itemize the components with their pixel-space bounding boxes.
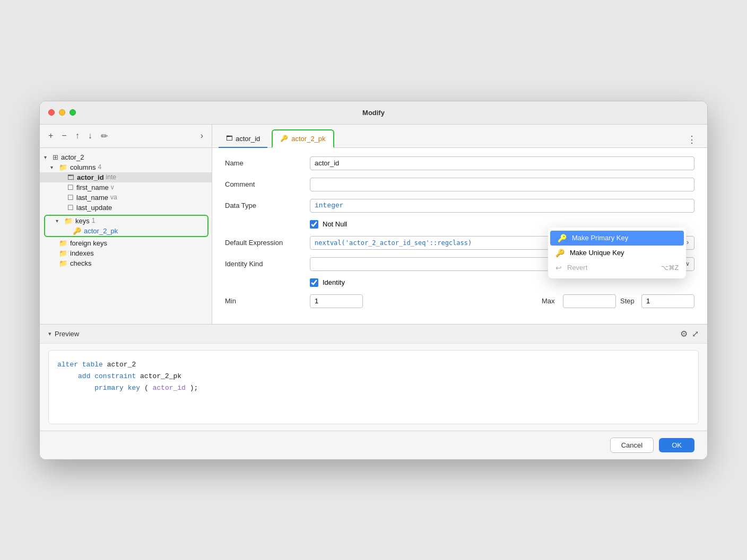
step-label: Step bbox=[620, 297, 641, 305]
preview-title: Preview bbox=[55, 330, 79, 338]
menu-item-label: Make Unique Key bbox=[570, 249, 624, 257]
edit-button[interactable]: ✏ bbox=[99, 130, 110, 142]
identity-kind-label: Identity Kind bbox=[225, 260, 310, 268]
remove-button[interactable]: − bbox=[59, 130, 68, 142]
cancel-button[interactable]: Cancel bbox=[610, 438, 654, 453]
code-line-1: alter table actor_2 bbox=[57, 359, 690, 371]
comment-input[interactable] bbox=[310, 178, 694, 191]
modify-dialog: Modify + − ↑ ↓ ✏ › ▾ ⊞ ac bbox=[39, 101, 708, 460]
tree-item-last-name[interactable]: ☐ last_name va bbox=[40, 192, 212, 203]
tab-more-button[interactable]: ⋮ bbox=[683, 132, 701, 147]
tree-item-actor2pk[interactable]: 🔑 actor_2_pk bbox=[45, 226, 207, 236]
form-area: Name Comment Data Type bbox=[212, 148, 707, 324]
identity-checkbox[interactable] bbox=[310, 278, 318, 287]
name-input[interactable] bbox=[310, 156, 694, 170]
window-title: Modify bbox=[362, 109, 385, 117]
step-input[interactable] bbox=[641, 294, 694, 308]
tree-item-columns[interactable]: ▾ 📁 columns 4 bbox=[40, 162, 212, 172]
folder-icon: 📁 bbox=[59, 249, 67, 257]
minimize-button[interactable] bbox=[59, 109, 65, 116]
tree-label: indexes bbox=[70, 249, 94, 257]
col-tab-icon: 🗔 bbox=[226, 135, 232, 142]
tree-item-actor-id[interactable]: 🗔 actor_id inte bbox=[40, 172, 212, 182]
min-label: Min bbox=[225, 297, 310, 305]
col-icon: ☐ bbox=[67, 183, 74, 191]
code-indent bbox=[57, 372, 74, 380]
form-row-comment: Comment bbox=[225, 178, 694, 191]
code-line-3: primary key ( actor_id ); bbox=[57, 382, 690, 394]
bottom-bar: Cancel OK bbox=[40, 431, 707, 459]
datatype-label: Data Type bbox=[225, 202, 310, 209]
tab-actor-id[interactable]: 🗔 actor_id bbox=[219, 130, 267, 148]
tree-item-keys[interactable]: ▾ 📁 keys 1 bbox=[45, 216, 207, 226]
move-up-button[interactable]: ↑ bbox=[73, 130, 82, 142]
tree-item-indexes[interactable]: 📁 indexes bbox=[40, 248, 212, 258]
expand-button[interactable]: › bbox=[198, 130, 205, 142]
settings-icon[interactable]: ⚙ bbox=[680, 329, 688, 339]
col-icon: 🗔 bbox=[67, 173, 74, 181]
key-gray-icon: 🔑 bbox=[555, 249, 564, 257]
folder-icon: 📁 bbox=[59, 239, 67, 247]
tree-label: foreign keys bbox=[70, 239, 107, 247]
tree-item-first-name[interactable]: ☐ first_name v bbox=[40, 182, 212, 192]
tree-label: actor_2 bbox=[61, 153, 84, 161]
tree-label: keys bbox=[75, 217, 90, 225]
default-expr-text: nextval('actor_2_actor_id_seq'::regclass… bbox=[315, 239, 472, 247]
notnull-label: Not Null bbox=[323, 220, 347, 228]
table-icon: ⊞ bbox=[53, 153, 58, 161]
tree-meta: 1 bbox=[92, 217, 95, 224]
code-keyword-primary: primary key bbox=[94, 384, 140, 392]
tree-meta: va bbox=[110, 194, 117, 201]
menu-item-make-unique-key[interactable]: 🔑 Make Unique Key bbox=[548, 246, 686, 260]
preview-section: ▾ Preview ⚙ ⤢ alter table actor_2 add co… bbox=[40, 324, 707, 431]
close-button[interactable] bbox=[48, 109, 55, 116]
min-input[interactable] bbox=[310, 294, 363, 308]
ok-button[interactable]: OK bbox=[659, 438, 694, 452]
max-label: Max bbox=[542, 297, 563, 305]
chevron-down-icon: ∨ bbox=[685, 260, 690, 267]
chevron-icon: ▾ bbox=[56, 218, 62, 224]
folder-icon: 📁 bbox=[59, 163, 67, 171]
comment-label: Comment bbox=[225, 180, 310, 188]
export-icon[interactable]: ⤢ bbox=[692, 329, 699, 339]
chevron-icon: ▾ bbox=[50, 164, 57, 170]
chevron-icon: ▾ bbox=[44, 154, 50, 160]
folder-icon: 📁 bbox=[64, 217, 73, 225]
tree-label: last_name bbox=[76, 194, 108, 202]
preview-header: ▾ Preview ⚙ ⤢ bbox=[40, 325, 707, 344]
code-name-actor-id: actor_id bbox=[153, 384, 186, 392]
tree-item-actor2[interactable]: ▾ ⊞ actor_2 bbox=[40, 152, 212, 162]
form-row-name: Name bbox=[225, 156, 694, 170]
code-name-parens: ( bbox=[144, 384, 149, 392]
form-row-min-max: Min Max Step bbox=[225, 294, 694, 308]
key-tab-icon: 🔑 bbox=[280, 135, 288, 142]
notnull-checkbox[interactable] bbox=[310, 220, 318, 229]
tree-label: checks bbox=[70, 259, 91, 267]
preview-tools: ⚙ ⤢ bbox=[680, 329, 699, 339]
sidebar: + − ↑ ↓ ✏ › ▾ ⊞ actor_2 ▾ bbox=[40, 125, 212, 324]
expand-icon[interactable]: › bbox=[685, 239, 690, 247]
fullscreen-button[interactable] bbox=[70, 109, 76, 116]
tree-label: actor_id bbox=[77, 173, 104, 181]
tab-actor2pk[interactable]: 🔑 actor_2_pk bbox=[272, 129, 334, 148]
right-panel: 🗔 actor_id 🔑 actor_2_pk ⋮ Name bbox=[212, 125, 707, 324]
max-input[interactable] bbox=[563, 294, 616, 308]
add-button[interactable]: + bbox=[46, 130, 55, 142]
tab-label: actor_id bbox=[236, 135, 260, 143]
code-name-close: ); bbox=[190, 384, 198, 392]
tree-item-checks[interactable]: 📁 checks bbox=[40, 258, 212, 268]
tree-item-last-update[interactable]: ☐ last_update bbox=[40, 203, 212, 213]
move-down-button[interactable]: ↓ bbox=[86, 130, 94, 142]
tree-item-foreign-keys[interactable]: 📁 foreign keys bbox=[40, 238, 212, 248]
tree-label: first_name bbox=[76, 183, 109, 191]
tab-label: actor_2_pk bbox=[291, 135, 325, 143]
col-icon: ☐ bbox=[67, 194, 74, 202]
key-orange-icon: 🔑 bbox=[558, 234, 567, 242]
menu-item-label: Revert bbox=[567, 264, 587, 272]
col-icon: ☐ bbox=[67, 204, 74, 212]
code-keyword-alter: alter table bbox=[57, 361, 103, 369]
folder-icon: 📁 bbox=[59, 259, 67, 267]
tree-label: actor_2_pk bbox=[84, 227, 118, 235]
datatype-input[interactable] bbox=[310, 199, 694, 213]
menu-item-make-primary-key[interactable]: 🔑 Make Primary Key bbox=[550, 231, 684, 246]
